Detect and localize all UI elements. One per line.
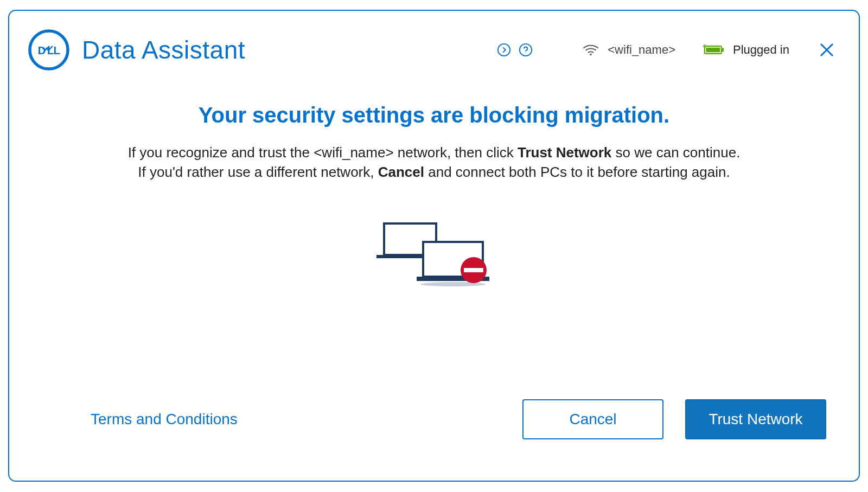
header-bar: D LL Data Assistant (9, 11, 859, 77)
line2-pre: If you'd rather use a different network, (138, 164, 378, 180)
svg-point-2 (498, 44, 510, 56)
svg-rect-8 (722, 48, 724, 52)
headline: Your security settings are blocking migr… (199, 103, 669, 127)
cancel-button[interactable]: Cancel (522, 399, 663, 439)
battery-plugged-icon (703, 43, 725, 56)
help-icon[interactable] (519, 43, 533, 57)
terms-link[interactable]: Terms and Conditions (91, 411, 238, 428)
power-status: Plugged in (703, 43, 789, 57)
line1-post: so we can continue. (616, 144, 741, 161)
svg-rect-17 (464, 268, 483, 272)
line1-bold-trust: Trust Network (518, 144, 611, 161)
footer-bar: Terms and Conditions Cancel Trust Networ… (9, 384, 859, 481)
svg-point-5 (590, 54, 592, 55)
header-icon-group (497, 43, 533, 57)
svg-point-4 (526, 53, 526, 53)
trust-network-button[interactable]: Trust Network (685, 399, 826, 439)
brand-group: D LL Data Assistant (28, 29, 245, 71)
line2-bold-cancel: Cancel (378, 164, 424, 180)
wifi-icon (582, 43, 600, 56)
svg-rect-7 (706, 48, 720, 53)
app-title: Data Assistant (82, 35, 245, 65)
svg-point-3 (520, 44, 532, 56)
close-button[interactable] (816, 40, 837, 60)
wifi-status: <wifi_name> (582, 43, 675, 57)
dell-logo-icon: D LL (28, 29, 70, 71)
two-laptops-blocked-icon (374, 220, 494, 296)
power-status-label: Plugged in (733, 43, 789, 57)
line2-post: and connect both PCs to it before starti… (428, 164, 730, 180)
main-content: Your security settings are blocking migr… (9, 77, 859, 384)
app-window: D LL Data Assistant (8, 10, 860, 482)
instruction-text: If you recognize and trust the <wifi_nam… (128, 143, 741, 182)
close-icon (819, 42, 835, 58)
line1-mid: network, then click (398, 144, 518, 161)
line1-wifi: <wifi_name> (314, 143, 393, 162)
line1-pre: If you recognize and trust the (128, 144, 314, 161)
next-step-icon[interactable] (497, 43, 511, 57)
wifi-name-label: <wifi_name> (608, 43, 675, 57)
